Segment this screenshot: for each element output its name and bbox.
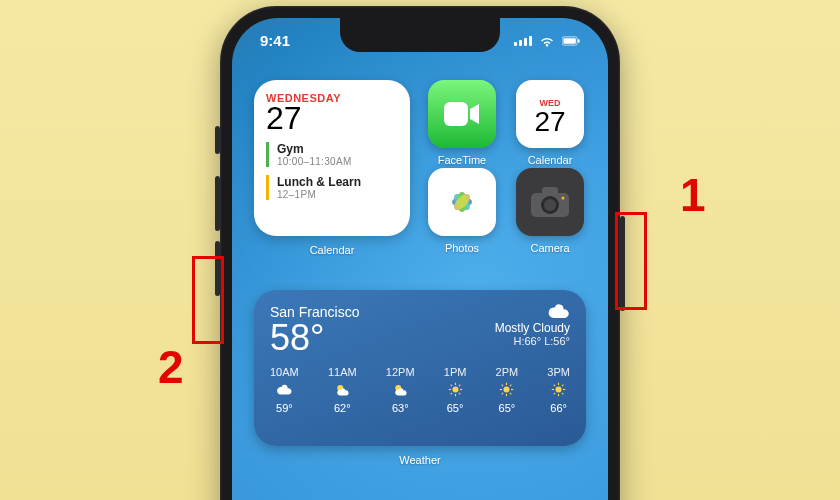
svg-line-33 [502, 385, 504, 387]
app-facetime[interactable]: FaceTime [428, 80, 496, 148]
app-camera[interactable]: Camera [516, 168, 584, 236]
notch [340, 18, 500, 52]
facetime-icon [443, 100, 481, 128]
cloud-icon [548, 304, 570, 318]
svg-line-36 [510, 385, 512, 387]
svg-line-25 [458, 393, 460, 395]
app-photos[interactable]: Photos [428, 168, 496, 236]
wifi-icon [538, 35, 556, 47]
svg-line-45 [562, 385, 564, 387]
calendar-event: Lunch & Learn 12–1PM [266, 175, 398, 200]
weather-widget-label: Weather [254, 454, 586, 466]
svg-rect-13 [542, 187, 558, 195]
app-label: Camera [530, 242, 569, 254]
svg-line-34 [510, 393, 512, 395]
app-calendar[interactable]: WED 27 Calendar [516, 80, 584, 148]
app-label: Photos [445, 242, 479, 254]
event-title: Lunch & Learn [277, 175, 398, 189]
mute-switch[interactable] [215, 126, 220, 154]
phone-frame: 9:41 WEDNESDAY 27 Gym 10:00–11:30AM [220, 6, 620, 500]
svg-line-43 [562, 393, 564, 395]
calendar-app-daynum: 27 [534, 108, 565, 136]
svg-line-27 [458, 385, 460, 387]
svg-point-16 [562, 197, 565, 200]
weather-hour: 12PM63° [386, 366, 415, 414]
event-title: Gym [277, 142, 398, 156]
battery-icon [562, 35, 580, 47]
calendar-widget-label: Calendar [254, 244, 410, 256]
app-label: FaceTime [438, 154, 487, 166]
callout-number-1: 1 [680, 168, 706, 222]
calendar-widget[interactable]: WEDNESDAY 27 Gym 10:00–11:30AM Lunch & L… [254, 80, 410, 236]
calendar-event: Gym 10:00–11:30AM [266, 142, 398, 167]
camera-icon [528, 185, 572, 219]
app-label: Calendar [528, 154, 573, 166]
svg-point-15 [544, 199, 556, 211]
svg-line-24 [450, 385, 452, 387]
svg-rect-2 [578, 39, 580, 42]
weather-hour: 10AM59° [270, 366, 299, 414]
svg-rect-1 [563, 38, 575, 44]
svg-line-42 [554, 385, 556, 387]
svg-rect-3 [444, 102, 468, 126]
svg-line-44 [554, 393, 556, 395]
weather-hour: 1PM65° [444, 366, 467, 414]
svg-line-35 [502, 393, 504, 395]
weather-temp: 58° [270, 320, 359, 356]
home-screen: WEDNESDAY 27 Gym 10:00–11:30AM Lunch & L… [254, 80, 586, 466]
svg-point-19 [452, 387, 458, 393]
status-time: 9:41 [260, 32, 290, 49]
weather-high: H:66° [513, 335, 541, 347]
weather-hourly: 10AM59°11AM62°12PM63°1PM65°2PM65°3PM66° [270, 366, 570, 414]
calendar-widget-daynum: 27 [266, 102, 398, 134]
svg-point-28 [504, 387, 510, 393]
callout-number-2: 2 [158, 340, 184, 394]
event-time: 10:00–11:30AM [277, 156, 398, 167]
event-time: 12–1PM [277, 189, 398, 200]
phone-screen: 9:41 WEDNESDAY 27 Gym 10:00–11:30AM [232, 18, 608, 500]
callout-box-1 [615, 212, 647, 310]
svg-point-37 [556, 387, 562, 393]
photos-icon [440, 180, 484, 224]
weather-condition: Mostly Cloudy [495, 321, 570, 335]
weather-widget[interactable]: San Francisco 58° Mostly Cloudy H:66° L:… [254, 290, 586, 446]
weather-hour: 3PM66° [547, 366, 570, 414]
volume-up-button[interactable] [215, 176, 220, 231]
weather-hour: 2PM65° [496, 366, 519, 414]
weather-low: L:56° [544, 335, 570, 347]
callout-box-2 [192, 256, 224, 344]
cellular-icon [514, 36, 532, 46]
weather-hour: 11AM62° [328, 366, 357, 414]
svg-line-26 [450, 393, 452, 395]
